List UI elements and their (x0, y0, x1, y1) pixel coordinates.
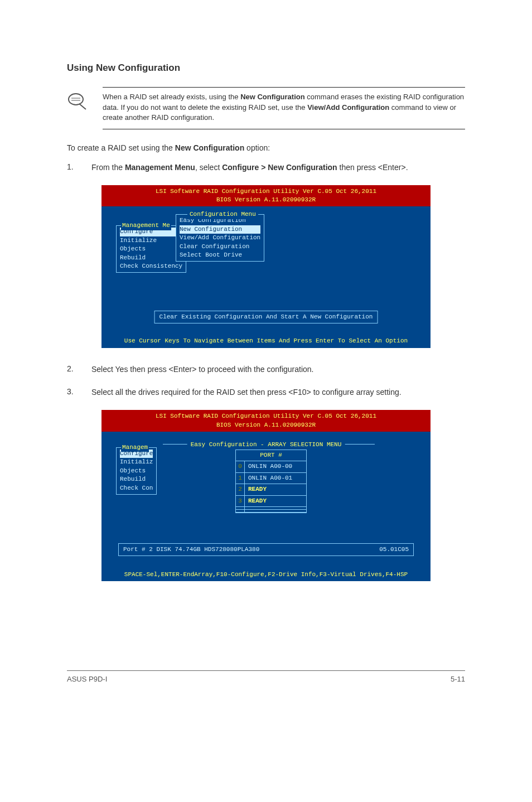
footer-left: ASUS P9D-I (67, 674, 107, 684)
bios-screen-1: LSI Software RAID Configuration Utility … (101, 185, 431, 348)
intro-t2: option: (244, 143, 270, 152)
svg-point-0 (69, 94, 83, 105)
port-num: 2 (236, 484, 245, 495)
bios2-easy-title: Easy Configuration - ARRAY SELECTION MEN… (187, 441, 345, 449)
port-num (236, 510, 245, 512)
s1-t3: then press <Enter>. (337, 163, 408, 172)
page-footer: ASUS P9D-I 5-11 (67, 670, 465, 684)
bios1-cfg-new[interactable]: New Configuration (180, 225, 260, 234)
port-num: 0 (236, 461, 245, 472)
bios2-body: Easy Configuration - ARRAY SELECTION MEN… (101, 432, 431, 568)
bios1-config-menu[interactable]: Configuration Menu Easy Configuration Ne… (176, 214, 264, 262)
step-3-body: Select all the drives required for the R… (91, 386, 465, 399)
port-val: ONLIN A00-00 (245, 461, 306, 472)
note-block: When a RAID set already exists, using th… (67, 87, 465, 130)
note-t1: When a RAID set already exists, using th… (103, 93, 240, 101)
port-val: READY (245, 484, 306, 495)
port-info-left: Port # 2 DISK 74.74GB HDS728080PLA380 (123, 545, 259, 554)
bios1-footer: Use Cursor Keys To Navigate Between Item… (101, 335, 431, 347)
bios1-left-title: Management Me (121, 221, 171, 230)
step-3: 3. Select all the drives required for th… (67, 386, 465, 399)
step-2: 2. Select Yes then press <Enter> to proc… (67, 364, 465, 376)
bios2-left-title: Managem (121, 443, 149, 452)
table-row[interactable] (236, 510, 306, 513)
port-num: 3 (236, 496, 245, 506)
port-num: 1 (236, 473, 245, 484)
intro-b1: New Configuration (175, 143, 244, 152)
bios1-left-item-rebuild[interactable]: Rebuild (120, 254, 182, 262)
bios1-header-l2: BIOS Version A.11.02090932R (101, 196, 431, 204)
bios2-port-table[interactable]: PORT # 0ONLIN A00-00 1ONLIN A00-01 2READ… (235, 450, 307, 513)
step-1-body: From the Management Menu, select Configu… (91, 162, 465, 174)
table-row[interactable]: 1ONLIN A00-01 (236, 473, 306, 484)
port-val (245, 510, 306, 512)
bios1-body: Management Me Configure Initialize Objec… (101, 206, 431, 335)
port-val: ONLIN A00-01 (245, 473, 306, 484)
s1-b1: Management Menu (125, 163, 195, 172)
port-info-right: 05.01C05 (379, 545, 409, 554)
table-row[interactable]: 3READY (236, 496, 306, 507)
bios2-header-l1: LSI Software RAID Configuration Utility … (101, 412, 431, 421)
bios2-left-item-initialize[interactable]: Initializ (120, 458, 153, 466)
port-val: READY (245, 496, 306, 506)
bios1-left-item-check[interactable]: Check Consistency (120, 262, 182, 270)
bios1-left-item-initialize[interactable]: Initialize (120, 236, 182, 245)
bios1-cfg-boot[interactable]: Select Boot Drive (180, 251, 260, 259)
s1-b2: Configure > New Configuration (222, 163, 337, 172)
bios1-hint: Clear Existing Configuration And Start A… (154, 311, 378, 323)
step-1-num: 1. (67, 162, 78, 174)
bios1-header: LSI Software RAID Configuration Utility … (101, 185, 431, 207)
port-num (236, 507, 245, 509)
bios1-header-l1: LSI Software RAID Configuration Utility … (101, 187, 431, 196)
bios2-port-header: PORT # (236, 450, 306, 461)
bios2-left-item-objects[interactable]: Objects (120, 467, 153, 475)
bios1-left-item-objects[interactable]: Objects (120, 245, 182, 253)
bios1-cfg-viewadd[interactable]: View/Add Configuration (180, 234, 260, 242)
note-b1: New Configuration (240, 93, 305, 101)
step-2-num: 2. (67, 364, 78, 376)
bios2-footer: SPACE-Sel,ENTER-EndArray,F10-Configure,F… (101, 568, 431, 581)
bios1-cfg-title: Configuration Menu (187, 210, 258, 219)
bios-screen-2: LSI Software RAID Configuration Utility … (101, 410, 431, 581)
note-b2: View/Add Configuration (307, 103, 389, 112)
s1-t2: , select (195, 163, 222, 172)
bios2-header: LSI Software RAID Configuration Utility … (101, 410, 431, 432)
bios1-cfg-clear[interactable]: Clear Configuration (180, 243, 260, 251)
intro-t1: To create a RAID set using the (67, 143, 175, 152)
step-2-body: Select Yes then press <Enter> to proceed… (91, 364, 465, 376)
footer-right: 5-11 (451, 674, 465, 684)
section-heading: Using New Configuration (67, 61, 465, 75)
step-3-num: 3. (67, 386, 78, 399)
note-text: When a RAID set already exists, using th… (103, 87, 465, 130)
bios2-port-info: Port # 2 DISK 74.74GB HDS728080PLA380 05… (118, 543, 414, 556)
bios2-header-l2: BIOS Version A.11.02090932R (101, 421, 431, 429)
table-row[interactable]: 2READY (236, 484, 306, 495)
bios2-left-item-check[interactable]: Check Con (120, 484, 153, 492)
s1-t1: From the (91, 163, 125, 172)
port-val (245, 507, 306, 509)
bios2-left-item-rebuild[interactable]: Rebuild (120, 475, 153, 484)
bios2-left-menu[interactable]: Managem Configure Initializ Objects Rebu… (116, 447, 157, 495)
intro-text: To create a RAID set using the New Confi… (67, 143, 465, 154)
note-icon (67, 87, 91, 130)
step-1: 1. From the Management Menu, select Conf… (67, 162, 465, 174)
table-row[interactable]: 0ONLIN A00-00 (236, 461, 306, 472)
